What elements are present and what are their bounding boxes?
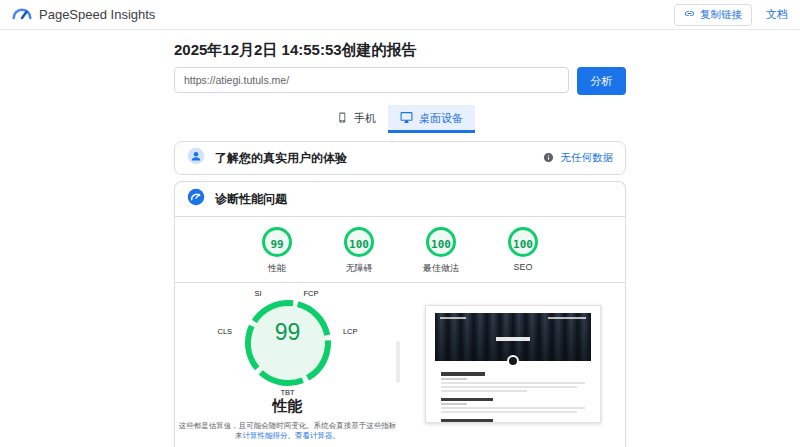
top-actions: 复制链接 文档 (674, 4, 788, 26)
field-data-title: 了解您的真实用户的体验 (215, 150, 347, 167)
gauge-and-screenshot: 99 SI FCP CLS LCP TBT 性能 这些都是估算值，且可能会随时间… (175, 283, 625, 447)
thumbnail-nav (440, 317, 586, 319)
score-best-practices-value: 100 (426, 227, 456, 257)
score-best-practices-label: 最佳做法 (412, 262, 470, 275)
tab-desktop[interactable]: 桌面设备 (388, 105, 475, 133)
url-row: 分析 (174, 67, 626, 95)
field-data-header: 了解您的真实用户的体验 (187, 147, 347, 169)
gauge-description: 这些都是估算值，且可能会随时间变化。系统会直接基于这些指标来计算性能得分。查看计… (176, 421, 400, 441)
thumbnail-site-title (496, 337, 530, 341)
analyze-button[interactable]: 分析 (577, 67, 626, 95)
smartphone-icon (337, 112, 348, 125)
category-scores-row: 99 性能 100 无障碍 100 最佳做法 100 SEO (175, 217, 625, 283)
gauge-desc-sep: 。 (288, 431, 296, 440)
thumbnail-content (435, 361, 591, 423)
score-performance-label: 性能 (248, 262, 306, 275)
gauge-label-lcp: LCP (343, 327, 358, 336)
gauge-label-cls: CLS (218, 327, 233, 336)
diagnose-title: 诊断性能问题 (215, 191, 287, 208)
link-icon (684, 8, 695, 21)
device-tabs: 手机 桌面设备 (174, 105, 626, 133)
score-accessibility-label: 无障碍 (330, 262, 388, 275)
field-data-section[interactable]: 了解您的真实用户的体验 无任何数据 (174, 141, 626, 175)
tab-desktop-label: 桌面设备 (419, 111, 463, 126)
desktop-icon (400, 111, 413, 126)
scrollbar-thumb[interactable] (396, 341, 400, 383)
gauge-label-si: SI (255, 289, 262, 298)
user-circle-icon (187, 147, 205, 169)
thumbnail-avatar-badge (507, 355, 519, 367)
score-calc-link[interactable]: 计算性能得分 (243, 431, 288, 440)
score-performance-value: 99 (262, 227, 292, 257)
info-icon (543, 149, 554, 167)
report-title: 2025年12月2日 14:55:53创建的报告 (174, 41, 626, 60)
tab-mobile-label: 手机 (354, 111, 376, 126)
gauge-label-tbt: TBT (203, 388, 373, 397)
docs-link[interactable]: 文档 (766, 7, 788, 22)
copy-link-button[interactable]: 复制链接 (674, 4, 752, 26)
score-seo-label: SEO (494, 262, 552, 272)
diagnose-header[interactable]: 诊断性能问题 (175, 182, 625, 217)
thumbnail-hero-image (435, 313, 591, 361)
no-data-link[interactable]: 无任何数据 (561, 151, 614, 165)
copy-link-label: 复制链接 (700, 8, 742, 22)
performance-gauge-column: 99 SI FCP CLS LCP TBT 性能 这些都是估算值，且可能会随时间… (175, 283, 400, 447)
page-screenshot-thumbnail[interactable] (425, 305, 601, 423)
screenshot-column (400, 283, 625, 447)
tab-mobile[interactable]: 手机 (325, 105, 388, 133)
pagespeed-logo-icon (12, 6, 32, 24)
score-accessibility-value: 100 (344, 227, 374, 257)
app-title: PageSpeed Insights (39, 7, 155, 22)
score-seo-value: 100 (508, 227, 538, 257)
brand[interactable]: PageSpeed Insights (12, 6, 155, 24)
main-content: 2025年12月2日 14:55:53创建的报告 分析 手机 桌面设备 (174, 41, 626, 447)
score-seo[interactable]: 100 SEO (494, 227, 552, 275)
gauge-circle-icon (187, 188, 205, 210)
gauge-desc-end: 。 (333, 431, 341, 440)
score-accessibility[interactable]: 100 无障碍 (330, 227, 388, 275)
score-best-practices[interactable]: 100 最佳做法 (412, 227, 470, 275)
diagnose-section: 诊断性能问题 99 性能 100 无障碍 100 最佳做法 100 SEO (174, 181, 626, 447)
performance-gauge: 99 SI FCP CLS LCP TBT (203, 291, 373, 395)
url-input[interactable] (174, 67, 569, 93)
score-performance[interactable]: 99 性能 (248, 227, 306, 275)
top-app-bar: PageSpeed Insights 复制链接 文档 (0, 0, 800, 30)
calculator-link[interactable]: 查看计算器 (295, 431, 333, 440)
gauge-label-fcp: FCP (304, 289, 319, 298)
gauge-category-label: 性能 (175, 397, 400, 416)
field-data-status: 无任何数据 (543, 149, 614, 167)
